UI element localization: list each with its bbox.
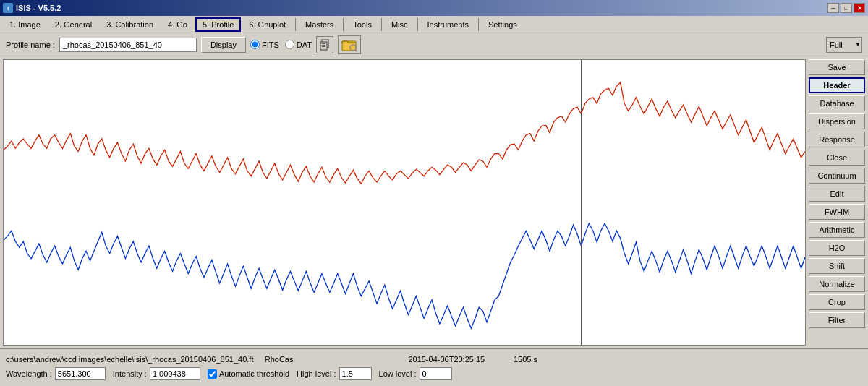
chart-area[interactable] <box>3 59 806 346</box>
high-level-input[interactable] <box>339 367 372 380</box>
menu-bar: 1. Image 2. General 3. Calibration 4. Go… <box>0 16 868 33</box>
auto-threshold-field: Automatic threshold <box>208 369 289 379</box>
zoom-dropdown-wrapper: Full 1x 2x 4x ▼ <box>826 37 862 53</box>
window-title: ISIS - V5.5.2 <box>16 4 61 12</box>
fits-radio-label[interactable]: FITS <box>250 40 279 49</box>
high-level-field: High level : <box>297 367 371 380</box>
zoom-dropdown[interactable]: Full 1x 2x 4x <box>826 37 862 53</box>
fits-radio[interactable] <box>250 40 260 49</box>
copy-button[interactable] <box>316 36 333 53</box>
dat-radio[interactable] <box>285 40 294 49</box>
minimize-button[interactable]: ─ <box>827 3 839 13</box>
crop-button[interactable]: Crop <box>809 294 865 310</box>
menu-item-misc[interactable]: Misc <box>385 17 414 32</box>
toolbar: Profile name : Display FITS DAT <box>0 33 868 56</box>
copy-icon <box>319 39 331 51</box>
svg-rect-1 <box>320 42 327 50</box>
response-button[interactable]: Response <box>809 132 865 147</box>
menu-item-instruments[interactable]: Instruments <box>421 17 475 32</box>
database-button[interactable]: Database <box>809 95 865 111</box>
title-bar: I ISIS - V5.5.2 ─ □ ✕ <box>0 0 868 16</box>
high-level-label: High level : <box>297 369 336 378</box>
continuum-button[interactable]: Continuum <box>809 168 865 184</box>
menu-item-masters[interactable]: Masters <box>299 17 340 32</box>
dat-radio-label[interactable]: DAT <box>285 40 312 49</box>
wavelength-label: Wavelength : <box>6 369 52 378</box>
profile-name-input[interactable] <box>59 38 197 52</box>
header-button[interactable]: Header <box>809 77 865 93</box>
profile-name-label: Profile name : <box>6 40 55 49</box>
filter-button[interactable]: Filter <box>809 312 865 328</box>
arithmetic-button[interactable]: Arithmetic <box>809 222 865 238</box>
low-level-field: Low level : <box>379 367 452 380</box>
dispersion-button[interactable]: Dispersion <box>809 113 865 129</box>
menu-item-calibration[interactable]: 3. Calibration <box>100 17 160 32</box>
intensity-input[interactable] <box>150 367 200 380</box>
title-controls: ─ □ ✕ <box>827 3 865 13</box>
measurement-row: Wavelength : Intensity : Automatic thres… <box>6 367 862 380</box>
wavelength-input[interactable] <box>55 367 106 380</box>
format-radio-group: FITS DAT <box>250 40 312 49</box>
edit-button[interactable]: Edit <box>809 186 865 202</box>
right-panel: Save Header Database Dispersion Response… <box>809 56 868 348</box>
low-level-label: Low level : <box>379 369 417 378</box>
intensity-label: Intensity : <box>113 369 147 378</box>
date-value: 2015-04-06T20:25:15 <box>408 355 485 364</box>
status-bar: c:\users\andrew\ccd images\echelle\isis\… <box>0 348 868 386</box>
file-info-row: c:\users\andrew\ccd images\echelle\isis\… <box>6 355 862 364</box>
menu-item-tools[interactable]: Tools <box>346 17 378 32</box>
maximize-button[interactable]: □ <box>841 3 852 13</box>
exposure-value: 1505 s <box>514 355 537 364</box>
fwhm-button[interactable]: FWHM <box>809 204 865 220</box>
h2o-button[interactable]: H2O <box>809 240 865 256</box>
auto-threshold-checkbox[interactable] <box>208 369 217 379</box>
app-icon: I <box>3 3 13 13</box>
wavelength-field: Wavelength : <box>6 367 106 380</box>
normalize-button[interactable]: Normalize <box>809 276 865 292</box>
menu-item-image[interactable]: 1. Image <box>3 17 47 32</box>
close-window-button[interactable]: ✕ <box>854 3 865 13</box>
menu-item-go[interactable]: 4. Go <box>161 17 194 32</box>
chart-svg <box>4 60 805 345</box>
open-folder-button[interactable] <box>338 35 361 54</box>
close-button[interactable]: Close <box>809 150 865 166</box>
chart-vertical-line <box>581 60 582 345</box>
menu-item-gnuplot[interactable]: 6. Gnuplot <box>242 17 292 32</box>
folder-icon <box>341 38 357 52</box>
menu-item-profile[interactable]: 5. Profile <box>195 17 241 32</box>
save-button[interactable]: Save <box>809 59 865 75</box>
shift-button[interactable]: Shift <box>809 258 865 274</box>
main-area: Save Header Database Dispersion Response… <box>0 56 868 348</box>
object-name: RhoCas <box>265 355 294 364</box>
svg-line-7 <box>355 50 357 51</box>
menu-item-general[interactable]: 2. General <box>48 17 98 32</box>
menu-item-settings[interactable]: Settings <box>482 17 524 32</box>
intensity-field: Intensity : <box>113 367 200 380</box>
low-level-input[interactable] <box>420 367 452 380</box>
auto-threshold-label: Automatic threshold <box>219 369 289 378</box>
file-path: c:\users\andrew\ccd images\echelle\isis\… <box>6 355 253 364</box>
display-button[interactable]: Display <box>201 37 246 53</box>
